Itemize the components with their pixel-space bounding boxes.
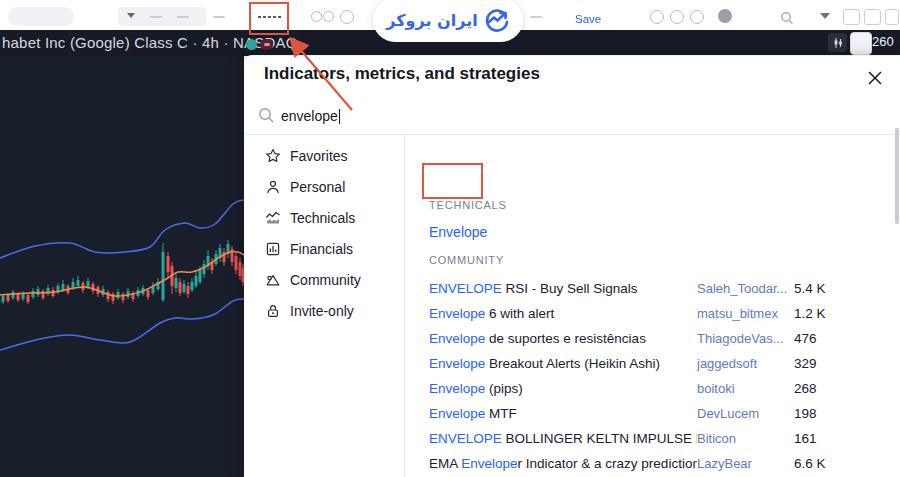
search-bar[interactable]: envelope [244, 101, 900, 135]
community-icon [264, 271, 282, 289]
toolbar-circle-icon[interactable] [340, 10, 354, 24]
script-author-link[interactable]: LazyBear [697, 456, 794, 471]
layout-button[interactable] [843, 9, 860, 25]
person-icon [264, 178, 282, 196]
fullscreen-button[interactable] [885, 9, 899, 25]
broker-logo-icon [484, 7, 510, 33]
magnifier-icon [258, 107, 275, 124]
script-title[interactable]: Envelope (pips) [429, 381, 697, 396]
tradingview-screen: Save habet Inc (Google) Class C · 4h · N… [0, 0, 900, 477]
sidebar-item-label: Financials [290, 241, 353, 257]
script-likes-count: 268 [794, 381, 900, 396]
candlestick-glyph-icon [832, 37, 844, 49]
script-title[interactable]: EMA Enveloper Indicator & a crazy predic… [429, 456, 697, 471]
toolbar-circle-icon[interactable] [690, 10, 704, 24]
text-caret [339, 109, 340, 124]
funnel-icon [127, 13, 135, 18]
lock-icon [264, 302, 282, 320]
sidebar-item-personal[interactable]: Personal [244, 171, 404, 202]
script-result-row[interactable]: Envelope Breakout Alerts (Heikin Ashi)ja… [405, 351, 900, 376]
alert-icon[interactable] [311, 11, 322, 22]
script-result-row[interactable]: Envelope (pips)boitoki268 [405, 376, 900, 401]
script-author-link[interactable]: Biticon [697, 431, 794, 446]
chart-svg [0, 56, 244, 477]
result-envelope-technical[interactable]: Envelope [429, 224, 487, 240]
chart-canvas[interactable] [0, 56, 244, 477]
sidebar-item-invite-only[interactable]: Invite-only [244, 295, 404, 326]
sidebar-item-community[interactable]: Community [244, 264, 404, 295]
broker-watermark: ایران بروکر [373, 0, 523, 42]
candle-chart-icon[interactable] [828, 33, 847, 52]
financials-icon [264, 240, 282, 258]
community-rows: ENVELOPE RSI - Buy Sell SignalsSaleh_Too… [405, 276, 900, 477]
settings-button[interactable] [864, 9, 881, 25]
candle-style-button[interactable] [177, 16, 189, 18]
section-header-technicals: TECHNICALS [429, 199, 507, 211]
sidebar-item-favorites[interactable]: Favorites [244, 140, 404, 171]
script-result-row[interactable]: ENVELOPE BOLLINGER KELTN IMPULSE EMA S..… [405, 426, 900, 451]
sidebar-item-financials[interactable]: Financials [244, 233, 404, 264]
symbol-logo-icon [246, 39, 257, 50]
sidebar-item-label: Favorites [290, 148, 348, 164]
screenshot-button[interactable] [850, 32, 872, 55]
script-likes-count: 161 [794, 431, 900, 446]
search-icon[interactable] [780, 11, 794, 25]
sidebar-item-technicals[interactable]: Technicals [244, 202, 404, 233]
sidebar-item-label: Community [290, 272, 361, 288]
script-result-row[interactable]: EMA Enveloper Indicator & a crazy predic… [405, 451, 900, 476]
script-likes-count: 6.6 K [794, 456, 900, 471]
script-likes-count: 476 [794, 331, 900, 346]
technicals-icon [264, 209, 282, 227]
sidebar-item-label: Personal [290, 179, 345, 195]
script-author-link[interactable]: jaggedsoft [697, 356, 794, 371]
dialog-title: Indicators, metrics, and strategies [264, 64, 540, 84]
close-button[interactable] [864, 67, 886, 89]
broker-wordmark: ایران بروکر [386, 11, 477, 30]
indicators-dialog: Indicators, metrics, and strategies enve… [244, 55, 900, 477]
replay-icon[interactable] [323, 11, 334, 22]
script-author-link[interactable]: boitoki [697, 381, 794, 396]
price-scale-label: 260 [872, 34, 894, 49]
dialog-sidebar: FavoritesPersonalTechnicalsFinancialsCom… [244, 135, 404, 477]
sidebar-item-label: Invite-only [290, 303, 354, 319]
script-title[interactable]: Envelope 6 with alert [429, 306, 697, 321]
script-result-row[interactable]: Envelope MTFDevLucem198 [405, 401, 900, 426]
symbol-search-pill[interactable] [8, 7, 74, 26]
toolbar-circle-icon[interactable] [650, 10, 664, 24]
avatar[interactable] [718, 9, 732, 23]
toolbar-circle-icon[interactable] [670, 10, 684, 24]
sidebar-item-label: Technicals [290, 210, 355, 226]
undo-button[interactable] [530, 16, 542, 18]
script-author-link[interactable]: Saleh_Toodar... [697, 281, 794, 296]
section-header-community: COMMUNITY [429, 254, 504, 266]
script-title[interactable]: Envelope MTF [429, 406, 697, 421]
script-likes-count: 329 [794, 356, 900, 371]
script-title[interactable]: Envelope de suportes e resistências [429, 331, 697, 346]
record-badge-icon [260, 39, 273, 50]
compare-button[interactable] [213, 16, 225, 18]
script-title[interactable]: ENVELOPE RSI - Buy Sell Signals [429, 281, 697, 296]
publish-caret-icon[interactable] [820, 13, 830, 19]
search-value: envelope [281, 108, 338, 124]
script-author-link[interactable]: matsu_bitmex [697, 306, 794, 321]
script-likes-count: 5.4 K [794, 281, 900, 296]
save-button[interactable]: Save [575, 13, 601, 25]
script-title[interactable]: Envelope Breakout Alerts (Heikin Ashi) [429, 356, 697, 371]
script-result-row[interactable]: Envelope 6 with alertmatsu_bitmex1.2 K [405, 301, 900, 326]
script-title[interactable]: ENVELOPE BOLLINGER KELTN IMPULSE EMA S..… [429, 431, 697, 446]
script-likes-count: 1.2 K [794, 306, 900, 321]
results-list: TECHNICALS Envelope COMMUNITY ENVELOPE R… [405, 135, 900, 477]
indicators-button[interactable] [257, 15, 281, 19]
scrollbar-thumb[interactable] [895, 128, 899, 224]
x-icon [867, 70, 883, 86]
script-author-link[interactable]: DevLucem [697, 406, 794, 421]
script-result-row[interactable]: ENVELOPE RSI - Buy Sell SignalsSaleh_Too… [405, 276, 900, 301]
script-likes-count: 198 [794, 406, 900, 421]
search-input[interactable]: envelope [281, 108, 340, 124]
script-result-row[interactable]: Envelope de suportes e resistênciasThiag… [405, 326, 900, 351]
toolbar-separator [150, 16, 162, 18]
star-icon [264, 147, 282, 165]
script-author-link[interactable]: ThiagodeVas... [697, 331, 794, 346]
